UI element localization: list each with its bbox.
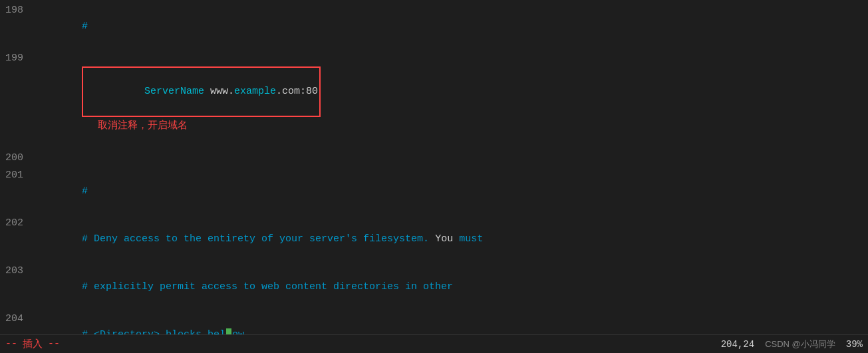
code-area: 198 # 199 ServerName www.example.com:80 … [0, 0, 868, 353]
line-number-199: 199 [5, 51, 34, 66]
code-token-example: example [234, 86, 276, 97]
line-number-202: 202 [5, 215, 34, 231]
code-line-201: 201 # [0, 168, 868, 215]
code-token: # [82, 185, 88, 197]
code-token-comport: .com:80 [276, 86, 318, 97]
line-content-199: ServerName www.example.com:80 取消注释，开启域名 [34, 51, 321, 150]
status-left: -- 插入 -- [5, 338, 60, 350]
code-token: must [453, 233, 483, 245]
code-token: # Deny access to the entirety of your se… [82, 233, 435, 245]
line-content-203: # explicitly permit access to web conten… [34, 263, 453, 311]
code-line-203: 203 # explicitly permit access to web co… [0, 263, 868, 311]
line-content-202: # Deny access to the entirety of your se… [34, 215, 483, 263]
status-mode-label: 插入 [23, 338, 43, 350]
status-mode-dashes-left: -- [5, 338, 17, 350]
status-bar: -- 插入 -- 204,24 CSDN @小冯同学 39% [0, 334, 868, 353]
code-token-servername: ServerName [144, 86, 204, 97]
code-token-you: You [435, 233, 453, 245]
line-number-201: 201 [5, 168, 34, 183]
code-token-space: www. [204, 86, 234, 97]
code-token: # [82, 21, 88, 32]
editor-container: 198 # 199 ServerName www.example.com:80 … [0, 0, 868, 353]
code-line-199: 199 ServerName www.example.com:80 取消注释，开… [0, 51, 868, 150]
code-line-202: 202 # Deny access to the entirety of you… [0, 215, 868, 263]
annotation-servername: 取消注释，开启域名 [98, 119, 188, 130]
code-line-198: 198 # [0, 3, 868, 51]
status-right: 204,24 CSDN @小冯同学 39% [721, 338, 863, 350]
line-content-198: # [34, 3, 88, 51]
code-line-200: 200 [0, 150, 868, 168]
line-content-201: # [34, 168, 88, 215]
code-token: # explicitly permit access to web conten… [82, 281, 453, 293]
line-number-204: 204 [5, 311, 34, 327]
highlighted-servername: ServerName www.example.com:80 [82, 66, 321, 117]
status-position: 204,24 [721, 339, 754, 350]
status-brand: CSDN @小冯同学 [765, 338, 835, 350]
status-mode-dashes-right: -- [48, 338, 60, 350]
line-number-198: 198 [5, 3, 34, 19]
status-zoom: 39% [846, 339, 863, 350]
line-number-203: 203 [5, 263, 34, 279]
line-number-200: 200 [5, 150, 34, 166]
